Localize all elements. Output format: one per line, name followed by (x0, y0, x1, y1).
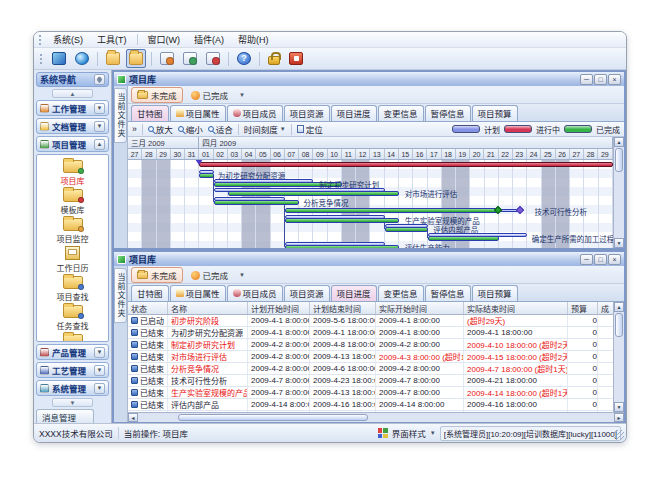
tab-变更信息[interactable]: 变更信息 (378, 105, 424, 121)
scroll-up-arrow[interactable]: ▲ (614, 137, 624, 147)
actual-bar[interactable] (199, 173, 213, 178)
minimize-button[interactable]: ─ (580, 254, 593, 265)
folder-tab-未完成[interactable]: 未完成 (131, 87, 183, 103)
chevron-down-icon[interactable]: ▼ (94, 365, 105, 376)
table-row[interactable]: 已结束技术可行性分析2009-4-7 8:00:002009-4-23 18:0… (128, 375, 613, 387)
maximize-button[interactable]: □ (594, 254, 607, 265)
sidebar-collapse-chip[interactable]: ▲ (52, 89, 93, 98)
mail-icon-button[interactable] (157, 49, 177, 68)
folder-closed-icon-button[interactable] (103, 49, 123, 68)
table-row[interactable]: 已启动初步研究阶段2009-4-1 8:00:002009-5-6 18:00:… (128, 315, 613, 327)
chevron-up-icon[interactable]: ▲ (94, 139, 105, 150)
table-row[interactable]: 已结束生产实验室规模的产品2009-4-7 8:00:002009-4-13 1… (128, 387, 613, 399)
more-tabs-icon[interactable]: ▼ (236, 272, 248, 278)
actual-bar[interactable] (285, 245, 399, 248)
computer-icon-button[interactable] (49, 49, 69, 68)
tab-项目预算[interactable]: 项目预算 (472, 105, 518, 121)
exit-icon-button[interactable] (286, 49, 306, 68)
column-header-计划结束时间[interactable]: 计划结束时间 (310, 302, 376, 314)
fit-button[interactable]: 适合 (208, 123, 233, 135)
sidebar-group-3[interactable]: 产品管理▼ (36, 344, 109, 360)
sidebar-group-4[interactable]: 工艺管理▼ (36, 362, 109, 378)
scroll-thumb[interactable] (615, 313, 623, 337)
chevron-down-icon[interactable]: ▼ (94, 347, 105, 358)
locate-button[interactable]: 定位 (297, 123, 323, 135)
chevron-down-icon[interactable]: ▼ (94, 121, 105, 132)
toolbar-grip[interactable] (40, 54, 43, 64)
resize-grip[interactable] (614, 430, 624, 440)
tab-项目属性[interactable]: 项目属性 (170, 105, 226, 121)
zoom-out-button[interactable]: 缩小 (178, 123, 203, 135)
menu-item-4[interactable]: 帮助(H) (232, 32, 275, 47)
sidebar-group-0[interactable]: 工作管理▼ (36, 100, 109, 116)
close-button[interactable]: × (608, 254, 621, 265)
tab-甘特图[interactable]: 甘特图 (131, 285, 169, 301)
tab-项目资源[interactable]: 项目资源 (284, 285, 330, 301)
sidebar-item-项目监控[interactable]: 项目监控 (37, 215, 108, 244)
gantt-titlebar[interactable]: 项目库 ─□× (114, 72, 624, 86)
table-hscrollbar[interactable]: ◄► (128, 412, 624, 422)
more-tabs-icon[interactable]: ▼ (236, 92, 248, 98)
column-header-成[interactable]: 成 (598, 302, 613, 314)
tab-项目进度[interactable]: 项目进度 (331, 285, 377, 301)
actual-bar[interactable] (428, 236, 499, 241)
gantt-vscrollbar[interactable]: ▲▼ (613, 137, 624, 248)
scroll-up-arrow[interactable]: ▲ (614, 302, 624, 312)
tab-甘特图[interactable]: 甘特图 (131, 105, 169, 121)
sidebar-overflow-chip[interactable]: ▼ (52, 398, 93, 407)
sidebar-group-2[interactable]: 项目管理▲ (36, 136, 109, 152)
sidebar-item-任务查找[interactable]: 任务查找 (37, 302, 108, 331)
tab-message-management[interactable]: 消息管理 (36, 409, 94, 423)
column-header-实际结束时间[interactable]: 实际结束时间 (464, 302, 568, 314)
overflow-chevron[interactable]: » (132, 124, 137, 134)
sidebar-item-项目查找[interactable]: 项目查找 (37, 273, 108, 302)
toolbar-grip[interactable] (39, 35, 42, 45)
scroll-down-arrow[interactable]: ▼ (614, 238, 624, 248)
sidebar-group-5[interactable]: 系统管理▼ (36, 380, 109, 396)
tab-暂停信息[interactable]: 暂停信息 (425, 285, 471, 301)
actual-bar[interactable] (214, 200, 300, 205)
sidebar-item-项目库[interactable]: 项目库 (37, 157, 108, 186)
help-icon-button[interactable]: ? (234, 49, 254, 68)
column-header-实际开始时间[interactable]: 实际开始时间 (376, 302, 464, 314)
mail-new-icon-button[interactable] (203, 49, 223, 68)
column-header-名称[interactable]: 名称 (168, 302, 248, 314)
chevron-down-icon[interactable]: ▼ (94, 103, 105, 114)
sidebar-item-模板库[interactable]: 模板库 (37, 186, 108, 215)
tab-项目属性[interactable]: 项目属性 (170, 285, 226, 301)
minimize-button[interactable]: ─ (580, 74, 593, 85)
table-titlebar[interactable]: 项目库 ─□× (114, 252, 624, 266)
scroll-down-arrow[interactable]: ▼ (614, 402, 624, 412)
menu-item-3[interactable]: 插件(A) (188, 32, 230, 47)
chevron-down-icon[interactable]: ▼ (430, 430, 436, 436)
scroll-right-arrow[interactable]: ► (614, 413, 624, 422)
column-header-状态[interactable]: 状态 (128, 302, 168, 314)
zoom-in-button[interactable]: 放大 (148, 123, 173, 135)
tab-项目进度[interactable]: 项目进度 (331, 105, 377, 121)
tab-项目资源[interactable]: 项目资源 (284, 105, 330, 121)
actual-bar[interactable] (285, 218, 399, 223)
current-folder-tab[interactable]: 当前文件夹 (114, 268, 127, 323)
menu-item-1[interactable]: 工具(T) (91, 32, 133, 47)
tab-项目预算[interactable]: 项目预算 (472, 285, 518, 301)
actual-bar[interactable] (228, 191, 399, 196)
mail-check-icon-button[interactable] (180, 49, 200, 68)
actual-bar[interactable] (285, 208, 499, 213)
maximize-button[interactable]: □ (594, 74, 607, 85)
scroll-thumb[interactable] (615, 148, 623, 172)
summary-bar[interactable] (199, 162, 613, 167)
tab-变更信息[interactable]: 变更信息 (378, 285, 424, 301)
tab-暂停信息[interactable]: 暂停信息 (425, 105, 471, 121)
interface-style-label[interactable]: 界面样式 (392, 427, 426, 439)
column-header-预算[interactable]: 预算 (568, 302, 598, 314)
column-header-计划开始时间[interactable]: 计划开始时间 (248, 302, 310, 314)
globe-icon-button[interactable] (72, 49, 92, 68)
folder-tab-已完成[interactable]: 已完成 (185, 87, 235, 103)
table-row[interactable]: 已结束评估内部产品2009-4-14 8:00:002009-4-16 18:0… (128, 399, 613, 411)
folder-tab-未完成[interactable]: 未完成 (131, 267, 183, 283)
folder-tab-已完成[interactable]: 已完成 (185, 267, 235, 283)
folder-open-icon-button[interactable] (126, 49, 146, 68)
table-row[interactable]: 已结束分析竞争情况2009-4-2 8:00:002009-4-6 18:00:… (128, 363, 613, 375)
current-folder-tab[interactable]: 当前文件夹 (114, 88, 127, 143)
sidebar-group-1[interactable]: 文档管理▼ (36, 118, 109, 134)
